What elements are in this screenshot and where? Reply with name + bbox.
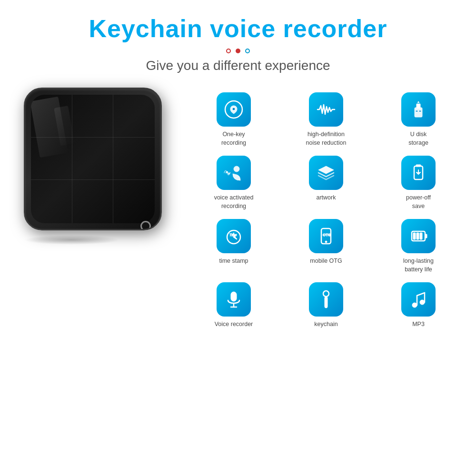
feature-voice-recorder: Voice recorder [190,282,277,329]
svg-rect-17 [416,233,419,239]
svg-point-1 [232,108,235,110]
feature-u-disk: U diskstorage [375,92,462,147]
main-content: One-keyrecording high-definitionnoise re… [0,88,476,329]
dot-1[interactable] [226,49,231,53]
page-subtitle: Give you a different experience [146,58,330,73]
power-off-save-icon [401,156,436,190]
noise-reduction-icon [309,92,343,127]
svg-rect-16 [413,233,416,239]
svg-point-24 [412,303,417,307]
keychain-icon [309,282,343,317]
artwork-label: artwork [317,194,336,202]
dot-3[interactable] [245,49,250,53]
svg-point-25 [420,300,425,305]
svg-rect-2 [415,108,422,117]
svg-point-12 [325,241,327,243]
svg-rect-23 [325,297,327,308]
device-body [24,88,162,230]
page-title: Keychain voice recorder [89,14,387,43]
device-shadow [24,235,119,245]
one-key-recording-icon [217,92,251,127]
device-screen [31,95,155,223]
noise-reduction-label: high-definitionnoise reduction [306,130,347,147]
feature-mp3: MP3 [375,282,462,329]
carousel-dots [226,49,250,53]
voice-activated-label: voice activatedrecording [214,194,254,210]
mp3-icon [401,282,436,317]
svg-line-28 [417,293,425,296]
mp3-label: MP3 [412,320,425,329]
battery-life-icon [401,219,436,253]
svg-text:Time: Time [229,233,237,237]
feature-battery-life: long-lastingbattery life [375,219,462,274]
feature-time-stamp: Time time stamp [190,219,277,274]
page: Keychain voice recorder Give you a diffe… [0,0,476,476]
features-grid: One-keyrecording high-definitionnoise re… [190,88,462,329]
svg-rect-3 [416,104,420,109]
svg-rect-5 [419,110,421,112]
u-disk-icon [401,92,436,127]
mobile-otg-label: mobile OTG [310,257,342,266]
voice-recorder-icon [217,282,251,317]
mobile-otg-icon: OTG [309,219,343,253]
svg-rect-8 [416,165,421,167]
feature-power-off-save: power-offsave [375,156,462,210]
voice-recorder-label: Voice recorder [215,320,253,329]
svg-rect-15 [425,234,427,238]
one-key-recording-label: One-keyrecording [221,130,246,147]
device-side-button [161,127,162,141]
keychain-label: keychain [314,320,337,329]
feature-mobile-otg: OTG mobile OTG [283,219,369,274]
feature-noise-reduction: high-definitionnoise reduction [283,92,369,147]
time-stamp-icon: Time [217,219,251,253]
u-disk-label: U diskstorage [408,130,428,147]
power-off-save-label: power-offsave [406,194,431,210]
battery-life-label: long-lastingbattery life [403,257,434,274]
device-keyring [140,221,151,230]
feature-one-key-recording: One-keyrecording [190,92,277,147]
feature-keychain: keychain [283,282,369,329]
voice-activated-icon [217,156,251,190]
svg-point-6 [234,166,239,172]
svg-rect-18 [420,233,422,239]
device-container [24,88,171,245]
svg-rect-4 [416,110,418,112]
device-image-section [14,88,181,245]
artwork-icon [309,156,343,190]
svg-rect-19 [231,292,237,301]
feature-artwork: artwork [283,156,369,210]
feature-voice-activated: voice activatedrecording [190,156,277,210]
dot-2[interactable] [236,49,240,53]
svg-text:OTG: OTG [323,233,331,237]
time-stamp-label: time stamp [219,257,248,266]
svg-point-22 [323,291,329,297]
